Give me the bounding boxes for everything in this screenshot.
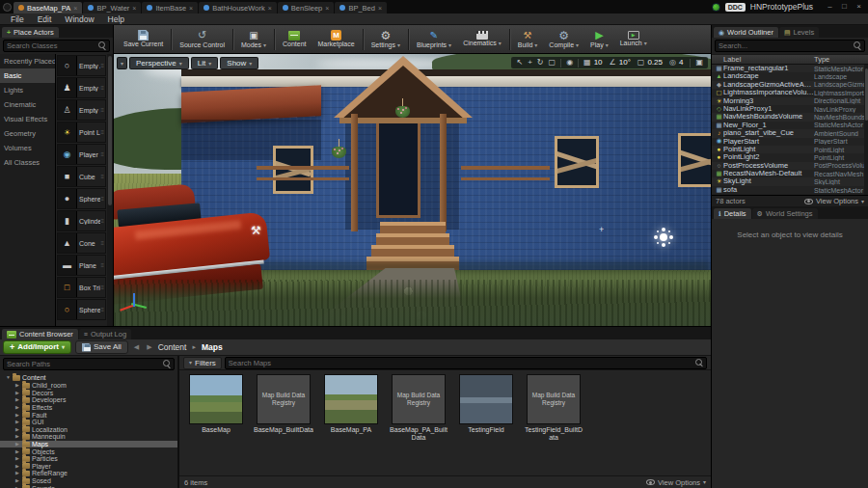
category-lights[interactable]: Lights xyxy=(0,83,55,97)
marketplace-button[interactable]: Marketplace xyxy=(312,25,361,53)
asset-tile-testingfield[interactable]: TestingField xyxy=(455,374,517,434)
filters-button[interactable]: ▾Filters xyxy=(183,357,222,369)
outliner-row[interactable]: LandscapeGizmoActiveActorLandscapeGizmoA… xyxy=(712,81,868,89)
save-current-button[interactable]: Save Current xyxy=(118,25,169,53)
asset-view-options[interactable]: View Options▾ xyxy=(646,478,706,487)
outliner-row[interactable]: PointLight2PointLight xyxy=(712,153,868,161)
category-visual-effects[interactable]: Visual Effects xyxy=(0,112,55,126)
outliner-view-options[interactable]: View Options▾ xyxy=(804,197,864,205)
folder-effects[interactable]: ▶Effects xyxy=(0,404,177,412)
asset-tab[interactable]: ItemBase xyxy=(142,2,198,14)
content-button[interactable]: Content xyxy=(277,25,312,53)
search-paths-input[interactable] xyxy=(7,360,161,368)
category-geometry[interactable]: Geometry xyxy=(0,126,55,141)
folder-maps[interactable]: ▶Maps xyxy=(0,441,177,448)
placeable-cone[interactable]: Cone≡ xyxy=(57,232,106,254)
save-all-button[interactable]: Save All xyxy=(75,340,128,354)
placeable-player-start[interactable]: Player Sta≡ xyxy=(57,144,106,165)
category-recently-placed[interactable]: Recently Placed xyxy=(0,54,55,68)
close-tab-icon[interactable] xyxy=(73,5,77,12)
outliner-row[interactable]: LightmassImportanceVolumeLightmassImport… xyxy=(712,89,868,96)
placeable-cylinder[interactable]: Cylinder≡ xyxy=(57,210,106,231)
forward-arrow-icon[interactable]: ▶ xyxy=(145,343,153,351)
camera-speed-value[interactable]: 4 xyxy=(679,58,687,68)
outliner-row[interactable]: Frame_rectangular1StaticMeshActor xyxy=(712,65,868,72)
close-tab-icon[interactable] xyxy=(378,5,382,12)
close-tab-icon[interactable] xyxy=(268,5,272,12)
tab-output-log[interactable]: Output Log xyxy=(79,329,131,339)
select-tool-icon[interactable]: ↖ xyxy=(514,58,525,68)
search-classes-input[interactable] xyxy=(7,41,96,50)
tab-levels[interactable]: Levels xyxy=(779,27,819,38)
rotate-tool-icon[interactable]: ↻ xyxy=(535,58,546,68)
scale-snap-value[interactable]: 0.25 xyxy=(647,58,666,68)
tab-world-outliner[interactable]: World Outliner xyxy=(714,27,778,38)
menu-edit[interactable]: Edit xyxy=(31,14,59,25)
outliner-search-input[interactable] xyxy=(719,41,852,50)
category-volumes[interactable]: Volumes xyxy=(0,141,55,155)
category-all-classes[interactable]: All Classes xyxy=(0,155,55,170)
asset-tab[interactable]: BP_Bed xyxy=(335,2,387,14)
close-tab-icon[interactable] xyxy=(132,5,136,12)
folder-mannequin[interactable]: ▶Mannequin xyxy=(0,433,177,441)
rotation-snap-icon[interactable]: ∠ xyxy=(608,58,618,68)
cinematics-button[interactable]: Cinematics▾ xyxy=(457,25,507,53)
label-column-header[interactable]: Label xyxy=(723,55,814,64)
outliner-row[interactable]: SkyLightSkyLight xyxy=(712,177,868,185)
lit-mode-button[interactable]: Lit▾ xyxy=(191,57,218,69)
folder-gui[interactable]: ▶GUI xyxy=(0,419,177,426)
placeable-empty-character[interactable]: Empty Cha≡ xyxy=(57,77,106,98)
tab-world-settings[interactable]: World Settings xyxy=(752,208,818,219)
search-assets-input[interactable] xyxy=(229,359,693,367)
folder-decors[interactable]: ▶Decors xyxy=(0,390,177,397)
scale-tool-icon[interactable]: ▢ xyxy=(547,58,558,68)
tab-content-browser[interactable]: Content Browser xyxy=(2,329,78,339)
source-control-button[interactable]: Source Control xyxy=(174,25,231,53)
scale-snap-icon[interactable]: ▢ xyxy=(636,58,647,68)
tab-details[interactable]: Details xyxy=(714,208,751,219)
folder-content-root[interactable]: ▼Content xyxy=(0,373,177,382)
placeable-plane[interactable]: Plane≡ xyxy=(57,255,106,276)
placeable-empty-pawn[interactable]: Empty Paw≡ xyxy=(57,99,106,121)
category-cinematic[interactable]: Cinematic xyxy=(0,97,55,112)
outliner-scrollbar[interactable] xyxy=(864,65,868,195)
minimize-button[interactable]: – xyxy=(824,1,836,13)
asset-tile-basemap-builtdata[interactable]: Map Build Data Registry BaseMap_BuiltDat… xyxy=(253,374,314,434)
menu-file[interactable]: File xyxy=(4,14,31,25)
placeable-box-trigger[interactable]: Box Trigge≡ xyxy=(57,277,106,298)
menu-window[interactable]: Window xyxy=(58,14,100,25)
outliner-row[interactable]: LandscapeLandscape xyxy=(712,72,868,80)
outliner-row[interactable]: piano_start_vibe_CueAmbientSound xyxy=(712,129,868,137)
camera-speed-icon[interactable]: ◎ xyxy=(667,58,678,68)
placeable-cube[interactable]: Cube≡ xyxy=(57,166,106,187)
grid-snap-value[interactable]: 10 xyxy=(594,58,607,68)
category-basic[interactable]: Basic xyxy=(0,68,55,83)
placeable-sphere[interactable]: Sphere≡ xyxy=(57,188,106,209)
close-tab-icon[interactable] xyxy=(189,5,193,12)
add-import-button[interactable]: +Add/Import▾ xyxy=(3,340,71,354)
asset-tab[interactable]: BaseMap_PA xyxy=(14,2,82,14)
perspective-button[interactable]: Perspective▾ xyxy=(129,57,189,69)
folder-objects[interactable]: ▶Objects xyxy=(0,447,177,455)
close-tab-icon[interactable] xyxy=(325,5,329,12)
asset-tile-basemap-pa-builtdata[interactable]: Map Build Data Registry BaseMap_PA_Built… xyxy=(388,374,449,442)
outliner-row[interactable]: Morning3DirectionalLight xyxy=(712,97,868,105)
show-flags-button[interactable]: Show▾ xyxy=(220,57,258,69)
breadcrumb-maps[interactable]: Maps xyxy=(202,342,223,352)
folder-fault[interactable]: ▶Fault xyxy=(0,411,177,419)
compile-button[interactable]: Compile▾ xyxy=(543,25,584,53)
outliner-row[interactable]: PointLightPointLight xyxy=(712,146,868,153)
placeable-sphere-trigger[interactable]: Sphere Tri≡ xyxy=(57,299,106,320)
tab-place-actors[interactable]: Place Actors xyxy=(2,27,59,38)
outliner-row[interactable]: PlayerStartPlayerStart xyxy=(712,138,868,146)
settings-button[interactable]: Settings▾ xyxy=(366,25,406,53)
breadcrumb-content[interactable]: Content xyxy=(158,342,187,352)
maximize-viewport-icon[interactable]: ▣ xyxy=(693,58,705,68)
outliner-row[interactable]: New_Floor_1StaticMeshActor xyxy=(712,122,868,129)
world-local-toggle-icon[interactable]: ◉ xyxy=(564,58,575,68)
back-arrow-icon[interactable]: ◀ xyxy=(132,343,141,351)
viewport-canvas[interactable]: ▾ Perspective▾ Lit▾ Show▾ ↖ + ↻ ▢ ◉ ▦ 10… xyxy=(114,54,711,326)
place-actors-scrollbar[interactable] xyxy=(107,54,113,326)
outliner-row[interactable]: RecastNavMesh-DefaultRecastNavMesh xyxy=(712,170,868,177)
placeable-point-light[interactable]: Point Light≡ xyxy=(57,122,106,143)
